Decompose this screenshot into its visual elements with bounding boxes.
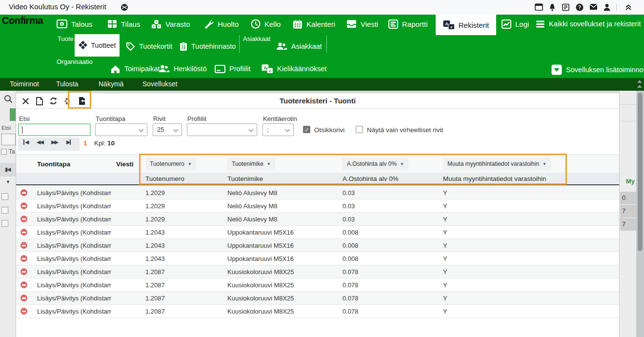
pager-first-button[interactable]: ◀: [23, 139, 28, 145]
import-icon[interactable]: [77, 96, 87, 106]
nav-item-profiilit[interactable]: Profiilit: [215, 62, 251, 75]
pager-current-page[interactable]: 1: [83, 139, 87, 147]
tuontitapa-select[interactable]: [95, 123, 147, 136]
nav-item-tilaus[interactable]: Tilaus: [107, 18, 140, 30]
kenttaerotin-select[interactable]: ;: [262, 123, 294, 136]
nav-item-tuotehinnasto[interactable]: Tuotehinnasto: [180, 40, 236, 53]
table-body: Lisäys/Päivitys (Kohdistamatta)1.2029Nel…: [16, 186, 619, 318]
mapping-select-muuta-myyntihintatiedot[interactable]: Muuta myyntihintatiedot varastoihin▼: [443, 158, 551, 170]
table-row[interactable]: Lisäys/Päivitys (Kohdistamatta)1.2043Upp…: [16, 252, 619, 265]
background-input-fragment: [1, 134, 16, 145]
menu-toiminnot[interactable]: Toiminnot: [10, 80, 39, 88]
profiilit-label: Profiilit: [187, 115, 206, 122]
close-icon[interactable]: [20, 96, 31, 106]
down-square-icon: [551, 64, 562, 75]
nav-item-kalenteri[interactable]: Kalenteri: [293, 18, 335, 30]
bell-icon[interactable]: [548, 3, 557, 12]
nav-item-raportti[interactable]: Raportti: [388, 18, 428, 30]
column-header-tuontitapa: Tuontitapa: [32, 160, 111, 168]
dialog-header: Tuoterekisteri - Tuonti: [16, 93, 619, 109]
nav-item-tuotekortit[interactable]: Tuotekortit: [126, 40, 172, 53]
news-icon[interactable]: [562, 3, 570, 12]
table-row[interactable]: Lisäys/Päivitys (Kohdistamatta)1.2029Nel…: [16, 213, 619, 226]
svg-text:?: ?: [578, 5, 581, 10]
rivit-select[interactable]: 25: [153, 123, 182, 136]
nav-item-huolto[interactable]: Huolto: [204, 18, 239, 30]
nav-divider: [239, 35, 240, 53]
dialog-title: Tuoterekisteri - Tuonti: [16, 97, 619, 105]
search-input[interactable]: [18, 123, 91, 136]
caret-down-icon: ▼: [400, 162, 404, 166]
menu-nakyma[interactable]: Näkymä: [99, 80, 123, 88]
mail-icon[interactable]: [589, 3, 598, 12]
column-header-viesti: Viesti: [111, 160, 141, 168]
nav-item-viesti[interactable]: Viesti: [346, 18, 378, 30]
people-icon: [276, 42, 287, 51]
svg-text:0: 0: [61, 22, 63, 26]
nav-item-asiakkaat[interactable]: Asiakkaat: [276, 40, 322, 53]
detected-header-tuotenimike: Tuotenimike: [222, 175, 338, 182]
refresh-icon[interactable]: [48, 96, 59, 106]
scrollbar-thumb[interactable]: [638, 93, 643, 251]
fit-columns-icon[interactable]: [61, 96, 72, 106]
inbox-icon: [346, 20, 357, 28]
user-icon[interactable]: [603, 3, 611, 12]
window-icon[interactable]: [535, 3, 543, 12]
etsi-label: Etsi: [19, 115, 30, 122]
mapping-select-ostohinta[interactable]: A.Ostohinta alv 0%▼: [342, 158, 408, 170]
table-row[interactable]: Lisäys/Päivitys (Kohdistamatta)1.2087Kuu…: [16, 292, 619, 305]
pager-first-icon: ▮◀: [5, 166, 10, 173]
table-row[interactable]: Lisäys/Päivitys (Kohdistamatta)1.2087Kuu…: [16, 265, 619, 278]
nav-item-talous[interactable]: 0 Talous: [57, 18, 92, 30]
people-icon: [158, 64, 170, 73]
profiilit-select[interactable]: [187, 123, 257, 136]
pager-last-button[interactable]: ▶: [66, 139, 71, 145]
translate-icon: Az: [262, 64, 273, 74]
clock-icon: [251, 19, 261, 29]
nav-item-kielikaannokset[interactable]: Az Kielikäännökset: [262, 62, 327, 75]
mapping-select-tuotenimike[interactable]: Tuotenimike▼: [227, 158, 275, 170]
background-right-fragment: My 0 7 7: [620, 91, 636, 337]
scroll-up-icon[interactable]: [637, 80, 642, 83]
background-caret-icon: ▼: [6, 179, 10, 184]
not-matched-icon: [20, 295, 27, 301]
nav-item-tuotteet-selected[interactable]: Tuotteet: [75, 34, 120, 57]
pager-next-button[interactable]: ▶▶: [51, 139, 58, 145]
detected-header-row: Tuotenumero Tuotenimike A.Ostohinta alv …: [16, 173, 619, 185]
table-row[interactable]: Lisäys/Päivitys (Kohdistamatta)1.2087Kuu…: [16, 305, 619, 318]
table-row[interactable]: Lisäys/Päivitys (Kohdistamatta)1.2043Upp…: [16, 239, 619, 252]
main-navigation: Confirma 0 Talous Tilaus Varasto Huolto …: [0, 15, 644, 78]
caret-down-icon: ▼: [543, 162, 546, 166]
titlebar-divider: [616, 4, 617, 11]
nav-item-kello[interactable]: Kello: [251, 18, 281, 30]
table-row[interactable]: Lisäys/Päivitys (Kohdistamatta)1.2043Upp…: [16, 226, 619, 239]
not-matched-icon: [20, 189, 27, 196]
nav-item-rekisterit-selected[interactable]: Az Rekisterit: [436, 15, 496, 35]
grid-icon: [107, 20, 117, 28]
help-icon[interactable]: ?: [576, 3, 584, 12]
nav-item-henkilosto[interactable]: Henkilöstö: [158, 62, 207, 75]
not-matched-icon: [20, 229, 27, 236]
scroll-up-icon[interactable]: [637, 85, 642, 88]
tuontitapa-label: Tuontitapa: [96, 115, 125, 122]
tag-icon: [126, 42, 135, 51]
calendar-icon: [293, 20, 302, 29]
pager-prev-button[interactable]: ◀◀: [37, 139, 43, 145]
table-row[interactable]: Lisäys/Päivitys (Kohdistamatta)1.2029Nel…: [16, 186, 619, 199]
detected-header-muuta: Muuta myyntihintatiedot varastoihin: [438, 175, 569, 182]
app-extra-actions-button[interactable]: Sovelluksen lisätoiminnot: [551, 63, 644, 76]
nav-item-kaikki-sovellukset[interactable]: Kaikki sovellukset ja rekisterit: [536, 18, 641, 30]
menu-icon: [536, 20, 545, 28]
collapse-icon[interactable]: [624, 3, 633, 12]
virheelliset-checkbox[interactable]: [356, 126, 363, 133]
table-row[interactable]: Lisäys/Päivitys (Kohdistamatta)1.2087Kuu…: [16, 278, 619, 292]
otsikkorivi-checkbox[interactable]: ✓: [303, 126, 310, 133]
table-row[interactable]: Lisäys/Päivitys (Kohdistamatta)1.2029Nel…: [16, 199, 619, 213]
nav-item-logi[interactable]: Logi: [502, 18, 529, 30]
menu-tulosta[interactable]: Tulosta: [56, 80, 78, 88]
nav-item-toimipaikat[interactable]: Toimipaikat: [110, 62, 160, 75]
mapping-select-tuotenumero[interactable]: Tuotenumero▼: [145, 158, 196, 170]
nav-item-varasto[interactable]: Varasto: [151, 18, 190, 30]
menu-sovellukset[interactable]: Sovellukset: [142, 80, 178, 88]
new-document-icon[interactable]: [34, 96, 45, 106]
